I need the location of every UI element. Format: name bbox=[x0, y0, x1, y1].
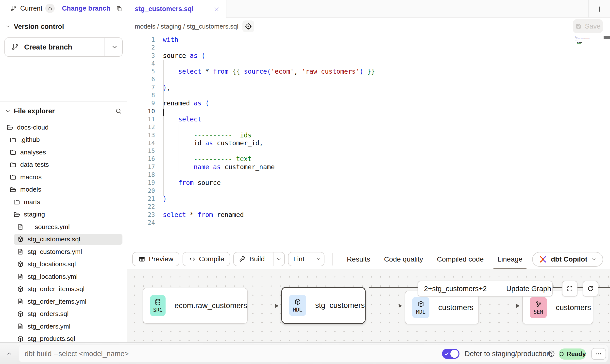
fullscreen-button[interactable] bbox=[562, 281, 577, 297]
lint-label: Lint bbox=[293, 255, 305, 263]
current-branch-label: Current bbox=[20, 5, 42, 12]
tab-compiled-code[interactable]: Compiled code bbox=[430, 249, 491, 269]
status-circle-icon bbox=[559, 351, 564, 357]
lineage-node-stg-customers[interactable]: MDL stg_customers bbox=[281, 287, 366, 324]
tree-item-docs-cloud[interactable]: docs-cloud bbox=[0, 121, 127, 134]
expand-command-bar[interactable] bbox=[4, 349, 15, 358]
change-branch-link[interactable]: Change branch bbox=[62, 5, 110, 12]
help-icon[interactable] bbox=[547, 350, 555, 358]
code-line bbox=[163, 44, 571, 51]
new-tab-section bbox=[588, 0, 610, 18]
save-button[interactable]: Save bbox=[573, 19, 603, 33]
dbt-copilot-icon bbox=[539, 255, 547, 264]
line-number: 19 bbox=[127, 179, 155, 187]
tree-item-stg_orders.sql[interactable]: stg_orders.sql bbox=[0, 308, 127, 320]
refresh-button[interactable] bbox=[583, 281, 598, 297]
tab-title: stg_customers.sql bbox=[135, 5, 194, 13]
preview-button[interactable]: Preview bbox=[132, 252, 179, 266]
version-control-header[interactable]: Version control bbox=[0, 21, 127, 32]
editor-pane: stg_customers.sql models / staging / stg… bbox=[127, 0, 610, 342]
folder-icon bbox=[9, 136, 17, 144]
tree-item-stg_order_items.yml[interactable]: stg_order_items.yml bbox=[0, 295, 127, 308]
tab-stg-customers[interactable]: stg_customers.sql bbox=[127, 0, 226, 18]
more-options-button[interactable] bbox=[591, 348, 606, 360]
tree-item-label: stg_locations.sql bbox=[28, 260, 76, 268]
refresh-icon bbox=[587, 285, 594, 292]
folder-icon bbox=[9, 161, 17, 168]
version-control-title: Version control bbox=[14, 23, 64, 31]
line-number: 1 bbox=[127, 36, 155, 44]
tree-item-staging[interactable]: staging bbox=[0, 208, 127, 221]
tab-results[interactable]: Results bbox=[340, 249, 377, 269]
build-dropdown[interactable] bbox=[273, 252, 284, 266]
fullscreen-icon bbox=[566, 285, 574, 292]
lineage-canvas[interactable]: SRC ecom.raw_customers MDL stg_customers… bbox=[127, 269, 610, 342]
copy-icon[interactable] bbox=[116, 5, 122, 12]
tab-bar: stg_customers.sql bbox=[127, 0, 610, 18]
status-badge: Ready bbox=[559, 348, 586, 360]
tree-item-__sources.yml[interactable]: __sources.yml bbox=[0, 221, 127, 233]
command-placeholder[interactable]: dbt build --select <model_name> bbox=[25, 343, 129, 364]
tree-item-.github[interactable]: .github bbox=[0, 134, 127, 146]
file-model-icon bbox=[17, 236, 24, 243]
tree-item-macros[interactable]: macros bbox=[0, 171, 127, 183]
compile-button[interactable]: Compile bbox=[183, 252, 230, 266]
code-line: select bbox=[163, 115, 571, 123]
folder-open-icon bbox=[13, 211, 20, 218]
tree-item-stg_order_items.sql[interactable]: stg_order_items.sql bbox=[0, 283, 127, 296]
tree-item-stg_customers.sql[interactable]: stg_customers.sql bbox=[0, 233, 127, 246]
code-line bbox=[163, 91, 571, 99]
code-line bbox=[163, 203, 571, 211]
chevron-down-icon bbox=[316, 256, 321, 262]
update-graph-button[interactable]: Update Graph bbox=[505, 285, 552, 293]
create-branch-button[interactable]: Create branch bbox=[4, 37, 123, 57]
file-explorer-title: File explorer bbox=[14, 107, 55, 115]
dbt-copilot-button[interactable]: dbt Copilot bbox=[532, 252, 603, 267]
explore-button[interactable] bbox=[242, 20, 254, 32]
editor-toolbar: Preview Compile Build Lint bbox=[127, 249, 610, 269]
tree-item-models[interactable]: models bbox=[0, 183, 127, 196]
tree-item-label: stg_customers.sql bbox=[28, 235, 80, 243]
search-icon[interactable] bbox=[115, 108, 122, 115]
lint-dropdown[interactable] bbox=[313, 252, 324, 266]
tab-lineage[interactable]: Lineage bbox=[491, 249, 529, 269]
tree-item-label: models bbox=[20, 186, 41, 193]
tree-item-stg_locations.yml[interactable]: stg_locations.yml bbox=[0, 270, 127, 283]
line-number: 17 bbox=[127, 163, 155, 171]
chevron-down-icon[interactable] bbox=[111, 43, 118, 51]
line-number: 16 bbox=[127, 155, 155, 163]
tree-item-marts[interactable]: marts bbox=[0, 196, 127, 208]
tree-item-data-tests[interactable]: data-tests bbox=[0, 159, 127, 171]
file-explorer-header[interactable]: File explorer bbox=[0, 105, 127, 117]
line-number: 6 bbox=[127, 75, 155, 83]
editor-scrollbar-thumb[interactable] bbox=[604, 36, 610, 39]
tree-item-analyses[interactable]: analyses bbox=[0, 146, 127, 159]
git-branch-icon bbox=[10, 5, 17, 12]
check-icon bbox=[444, 351, 449, 356]
tree-item-stg_locations.sql[interactable]: stg_locations.sql bbox=[0, 258, 127, 271]
close-tab-icon[interactable] bbox=[214, 6, 220, 12]
folder-icon bbox=[9, 149, 17, 156]
file-doc-icon bbox=[17, 273, 24, 280]
defer-toggle[interactable] bbox=[442, 349, 459, 359]
build-button-main[interactable]: Build bbox=[234, 252, 270, 266]
code-line bbox=[163, 60, 571, 67]
tree-item-stg_orders.yml[interactable]: stg_orders.yml bbox=[0, 320, 127, 333]
chevron-down-icon bbox=[276, 256, 282, 262]
lineage-node-source[interactable]: SRC ecom.raw_customers bbox=[143, 288, 248, 324]
dbt-cloud-ide: Current Change branch Version control Cr… bbox=[0, 0, 610, 364]
tree-item-stg_customers.yml[interactable]: stg_customers.yml bbox=[0, 246, 127, 258]
code-editor[interactable]: 123456789101112131415161718192021222324 … bbox=[127, 36, 610, 249]
lineage-selector-input[interactable] bbox=[418, 281, 505, 296]
plus-icon[interactable] bbox=[596, 5, 603, 13]
defer-label: Defer to staging/production bbox=[465, 343, 550, 364]
line-number: 7 bbox=[127, 83, 155, 91]
node-label: stg_customers bbox=[315, 301, 365, 310]
tab-code-quality[interactable]: Code quality bbox=[377, 249, 430, 269]
tree-item-stg_products.sql[interactable]: stg_products.sql bbox=[0, 333, 127, 343]
text-cursor bbox=[163, 109, 164, 116]
lint-button-main[interactable]: Lint bbox=[288, 252, 309, 266]
toggle-knob bbox=[450, 350, 458, 358]
minimap[interactable] bbox=[575, 36, 596, 48]
line-number: 22 bbox=[127, 203, 155, 211]
